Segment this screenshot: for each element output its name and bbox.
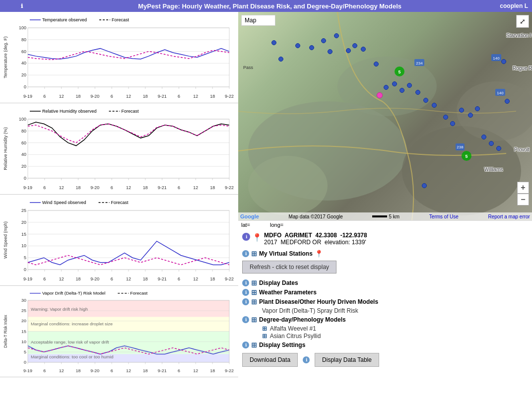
- svg-text:234: 234: [416, 61, 423, 66]
- weather-params-label[interactable]: Weather Parameters: [259, 289, 317, 296]
- degree-day-label[interactable]: Degree-day/Phenology Models: [259, 316, 346, 323]
- virtual-stations-row: ℹ ⊞ My Virtual Stations 📍: [242, 250, 528, 258]
- map-pin[interactable]: [361, 47, 366, 52]
- download-info-icon[interactable]: ℹ: [303, 356, 310, 363]
- lat-label: lat=: [241, 222, 250, 228]
- svg-text:238: 238: [457, 145, 464, 149]
- display-dates-info-icon[interactable]: ℹ: [242, 279, 249, 286]
- download-data-button[interactable]: Download Data: [242, 353, 298, 367]
- map-pin[interactable]: [309, 45, 314, 50]
- map-pin[interactable]: [443, 115, 448, 120]
- section-display-settings: ℹ ⊞ Display Settings: [242, 341, 528, 349]
- bottom-buttons: Download Data ℹ Display Data Table: [242, 353, 528, 367]
- svg-text:Pass: Pass: [243, 65, 254, 70]
- map-pin[interactable]: [295, 43, 300, 48]
- refresh-button[interactable]: Refresh - click to reset display: [242, 261, 336, 274]
- section-display-dates: ℹ ⊞ Display Dates: [242, 279, 528, 287]
- map-pin[interactable]: [501, 59, 506, 64]
- map-pin[interactable]: [481, 135, 486, 139]
- title-bar: ℹ MyPest Page: Hourly Weather, Plant Dis…: [0, 0, 532, 12]
- map-pin[interactable]: [459, 108, 464, 113]
- zoom-in-button[interactable]: +: [517, 182, 529, 194]
- section-plant-disease: ℹ ⊞ Plant Disease/Other Hourly Driven Mo…: [242, 298, 528, 306]
- map-pin[interactable]: [384, 85, 389, 90]
- map-pin[interactable]: [422, 183, 427, 188]
- left-panel: [0, 12, 238, 412]
- map-pin[interactable]: [468, 113, 473, 118]
- degree-day-expand-icon[interactable]: ⊞: [251, 316, 257, 324]
- map-pin[interactable]: [415, 90, 420, 95]
- display-settings-info-icon[interactable]: ℹ: [242, 342, 249, 348]
- map-label-rogueriver: Rogue River: [513, 66, 532, 71]
- virtual-stations-info-icon[interactable]: ℹ: [242, 250, 249, 257]
- weather-params-expand-icon[interactable]: ⊞: [251, 288, 257, 296]
- map-pin[interactable]: [346, 48, 351, 53]
- station-info: ℹ 📍 MDFO AGRIMET 42.3308 -122.9378 2017 …: [242, 232, 528, 246]
- citrus-expand: ⊞: [262, 333, 267, 340]
- degree-day-info-icon[interactable]: ℹ: [242, 316, 249, 323]
- report-link[interactable]: Report a map error: [488, 214, 530, 219]
- map-pin[interactable]: [352, 43, 357, 48]
- map-pin[interactable]: [432, 103, 437, 108]
- plant-disease-expand-icon[interactable]: ⊞: [251, 298, 257, 306]
- map-pin[interactable]: [278, 57, 283, 62]
- map-label-starvation: Starvation Heights: [506, 33, 532, 38]
- humidity-canvas: [2, 105, 235, 192]
- vapordrift-canvas: [2, 288, 235, 375]
- section-weather-parameters: ℹ ⊞ Weather Parameters: [242, 288, 528, 296]
- windspeed-chart: [0, 195, 238, 286]
- map-pin[interactable]: [496, 146, 501, 151]
- map-pin[interactable]: [321, 38, 326, 43]
- temperature-chart: [0, 12, 238, 103]
- display-data-table-button[interactable]: Display Data Table: [315, 353, 379, 367]
- weather-params-info-icon[interactable]: ℹ: [242, 289, 249, 296]
- map-label-williams: Williams: [484, 167, 503, 172]
- svg-point-4: [248, 156, 328, 215]
- map-pin[interactable]: [450, 121, 455, 126]
- plant-disease-info-icon[interactable]: ℹ: [242, 298, 249, 305]
- map-pin-selected[interactable]: [377, 92, 383, 98]
- zoom-out-button[interactable]: −: [517, 194, 529, 206]
- svg-text:140: 140: [493, 56, 500, 61]
- map-attribution: Google Map data ©2017 Google 5 km Terms …: [238, 212, 532, 220]
- station-details: MDFO AGRIMET 42.3308 -122.9378 2017 MEDF…: [264, 232, 367, 246]
- temperature-canvas: [2, 14, 235, 101]
- degree-day-subitem-1: ⊞ Alfalfa Weevel #1: [262, 325, 528, 332]
- display-settings-label[interactable]: Display Settings: [259, 342, 305, 348]
- humidity-chart: [0, 103, 238, 195]
- svg-text:140: 140: [497, 91, 504, 95]
- display-dates-expand-icon[interactable]: ⊞: [251, 279, 257, 287]
- scale-bar: 5 km: [372, 214, 399, 219]
- virtual-stations-expand-icon[interactable]: ⊞: [251, 250, 257, 258]
- map-expand-button[interactable]: ⤢: [516, 15, 529, 28]
- map-pin[interactable]: [334, 33, 339, 38]
- map-type-dropdown[interactable]: Map Satellite Terrain: [241, 15, 275, 26]
- degree-day-subitem-2: ⊞ Asian Citrus Psyllid: [262, 333, 528, 340]
- station-info-icon: ℹ: [242, 233, 250, 241]
- virtual-stations-label[interactable]: My Virtual Stations: [259, 250, 313, 257]
- map-type-selector[interactable]: Map Satellite Terrain: [241, 15, 275, 26]
- map-pin[interactable]: [374, 62, 379, 67]
- map-pin[interactable]: [475, 106, 480, 111]
- info-panel: ℹ 📍 MDFO AGRIMET 42.3308 -122.9378 2017 …: [238, 229, 532, 412]
- svg-text:5: 5: [465, 154, 467, 159]
- terms-link[interactable]: Terms of Use: [429, 214, 459, 219]
- map-pin[interactable]: [423, 98, 428, 103]
- map-label-provolt: Provolt: [514, 147, 530, 152]
- map-terrain-svg: 5 5 238 234 140 140 Pass: [238, 12, 532, 220]
- vapordrift-chart: [0, 286, 238, 377]
- virtual-stations-pin: 📍: [315, 250, 323, 258]
- map-pin[interactable]: [328, 49, 332, 54]
- map-pin[interactable]: [399, 88, 404, 93]
- display-dates-label[interactable]: Display Dates: [259, 279, 298, 286]
- map-pin[interactable]: [489, 141, 494, 146]
- map-pin[interactable]: [407, 83, 412, 88]
- map-pin[interactable]: [505, 99, 510, 104]
- plant-disease-label[interactable]: Plant Disease/Other Hourly Driven Models: [259, 298, 378, 305]
- map-data-credit: Map data ©2017 Google: [289, 214, 343, 219]
- map-pin[interactable]: [392, 81, 397, 86]
- map-area: 5 5 238 234 140 140 Pass Starvation Heig…: [238, 12, 532, 220]
- display-settings-expand-icon[interactable]: ⊞: [251, 341, 257, 349]
- map-pin[interactable]: [271, 40, 276, 45]
- page-title: MyPest Page: Hourly Weather, Plant Disea…: [40, 2, 500, 10]
